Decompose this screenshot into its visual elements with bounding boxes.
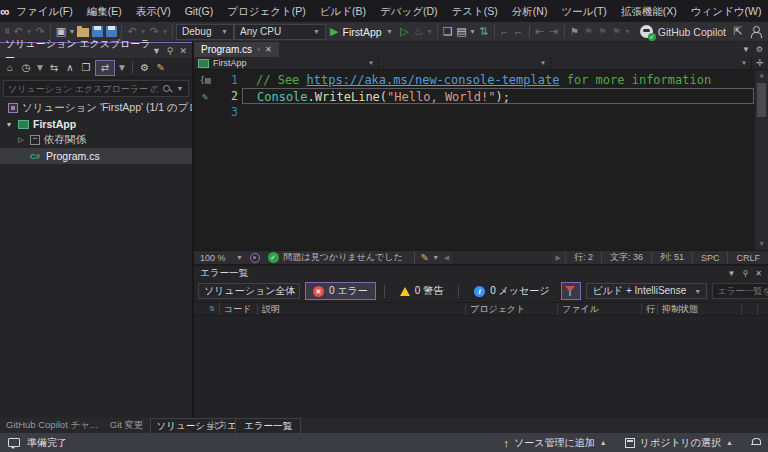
chevron-down-icon[interactable]: ▼: [117, 60, 127, 76]
menu-view[interactable]: 表示(V): [129, 0, 178, 22]
code-line-3[interactable]: 3: [194, 104, 768, 120]
solution-search-input[interactable]: [8, 84, 158, 94]
solution-explorer-search[interactable]: ▼: [3, 80, 189, 97]
wrench-icon[interactable]: ⚙: [138, 60, 152, 76]
pending-changes-filter-icon[interactable]: ◷: [19, 60, 33, 76]
collapsed-arrow-icon[interactable]: ▷: [16, 136, 26, 144]
column-project[interactable]: プロジェクト: [466, 303, 558, 315]
prev-bookmark-icon[interactable]: ⚑: [582, 24, 596, 40]
spaces-indicator[interactable]: SPC: [692, 251, 728, 264]
error-list-body[interactable]: [194, 316, 768, 418]
step-into-icon[interactable]: ⌐: [512, 24, 526, 40]
health-indicator[interactable]: ✓ 問題は見つかりませんでした: [260, 251, 411, 264]
tab-error-list[interactable]: エラー一覧: [235, 418, 301, 433]
tree-item-program-cs[interactable]: C# Program.cs: [0, 148, 192, 164]
menu-debug[interactable]: デバッグ(D): [373, 0, 445, 22]
undo-icon[interactable]: ↶: [125, 24, 139, 40]
messages-filter-button[interactable]: i 0 メッセージ: [467, 282, 556, 300]
pin-icon[interactable]: ⚲: [167, 46, 174, 56]
error-list-header[interactable]: エラー一覧 ▼ ⚲ ✕: [194, 266, 768, 280]
clear-bookmarks-icon[interactable]: ⚑: [610, 24, 624, 40]
redo-icon[interactable]: ↷: [147, 24, 161, 40]
add-to-source-control-button[interactable]: ↑ ソース管理に追加 ▲: [504, 436, 607, 450]
scope-filter-dropdown[interactable]: ソリューション全体▼: [198, 283, 300, 299]
configuration-dropdown[interactable]: Debug▼: [176, 24, 234, 40]
navigate-back-icon[interactable]: ↶: [11, 24, 25, 40]
cursor-column-indicator[interactable]: 列: 51: [651, 251, 692, 264]
tree-item-dependencies[interactable]: ▷ 依存関係: [0, 132, 192, 148]
severity-column[interactable]: ⇅: [194, 303, 220, 315]
scroll-up-icon[interactable]: ▲: [759, 70, 763, 81]
collapse-all-icon[interactable]: ∧: [63, 60, 77, 76]
step-over-icon[interactable]: ⌐: [498, 24, 512, 40]
scroll-right-icon[interactable]: ▶: [552, 254, 565, 262]
switch-views-icon[interactable]: ⇆: [47, 60, 61, 76]
tab-github-copilot-chat[interactable]: GitHub Copilot チャ...: [0, 418, 104, 433]
member-dropdown[interactable]: ▼: [551, 57, 752, 69]
hot-reload-icon[interactable]: ♨: [412, 24, 426, 40]
navigate-forward-icon[interactable]: ↷: [33, 24, 47, 40]
column-description[interactable]: 説明: [258, 303, 466, 315]
next-bookmark-icon[interactable]: ⚑: [596, 24, 610, 40]
share-icon[interactable]: ⇱: [731, 24, 745, 40]
horizontal-scrollbar[interactable]: ◀ ▶: [440, 251, 565, 264]
chevron-down-icon[interactable]: ▼: [152, 46, 161, 56]
home-icon[interactable]: ⌂: [3, 60, 17, 76]
code-line-1[interactable]: {▤ 1 // See https://aka.ms/new-console-t…: [194, 72, 768, 88]
quick-actions-icon[interactable]: ✎: [194, 91, 216, 102]
document-health-icon[interactable]: [250, 253, 260, 263]
tab-list-dropdown-icon[interactable]: ▼: [742, 45, 750, 54]
preview-icon[interactable]: ✎: [154, 60, 168, 76]
toggle-bookmark-icon[interactable]: ⚑: [568, 24, 582, 40]
code-line-2[interactable]: ✎ 2 Console.WriteLine("Hello, World!");: [194, 88, 768, 104]
properties-icon[interactable]: ❐: [79, 60, 93, 76]
scrollbar-thumb[interactable]: [757, 83, 766, 117]
close-icon[interactable]: ✕: [755, 269, 762, 278]
cursor-line-indicator[interactable]: 行: 2: [565, 251, 601, 264]
indent-decrease-icon[interactable]: ⇤: [533, 24, 547, 40]
menu-git[interactable]: Git(G): [178, 0, 221, 22]
pin-icon[interactable]: ⚲: [742, 269, 748, 278]
tab-git-changes[interactable]: Git 変更: [104, 418, 150, 433]
column-code[interactable]: コード: [220, 303, 258, 315]
package-manager-icon[interactable]: ▤: [455, 24, 469, 40]
menu-extensions[interactable]: 拡張機能(X): [614, 0, 684, 22]
menu-build[interactable]: ビルド(B): [313, 0, 373, 22]
sync-with-active-document-button[interactable]: ⇄: [95, 60, 115, 76]
menu-tools[interactable]: ツール(T): [554, 0, 613, 22]
tree-item-solution[interactable]: ソリューション 'FirstApp' (1/1 のプロジェクト): [0, 100, 192, 116]
menu-project[interactable]: プロジェクト(P): [220, 0, 312, 22]
error-list-search[interactable]: ▼: [712, 283, 768, 299]
column-suppression[interactable]: 抑制状態: [658, 303, 742, 315]
link-token[interactable]: https://aka.ms/new-console-template: [307, 73, 560, 87]
error-search-input[interactable]: [717, 286, 768, 296]
start-debugging-button[interactable]: ▶ FirstApp ▼: [326, 24, 398, 40]
notifications-bell-icon[interactable]: [751, 438, 760, 447]
vertical-scrollbar[interactable]: ▲ ▼: [755, 70, 768, 250]
menu-file[interactable]: ファイル(F): [9, 0, 79, 22]
tree-item-project[interactable]: ▼ FirstApp: [0, 116, 192, 132]
filter-button[interactable]: [561, 282, 581, 300]
document-outline-icon[interactable]: {▤: [194, 75, 216, 85]
type-dropdown[interactable]: ▼: [379, 57, 551, 69]
menu-test[interactable]: テスト(S): [445, 0, 505, 22]
scroll-left-icon[interactable]: ◀: [440, 254, 453, 262]
chevron-down-icon[interactable]: ▼: [728, 269, 736, 278]
project-dropdown[interactable]: FirstApp ▼: [194, 57, 379, 69]
start-without-debugging-icon[interactable]: ▷: [398, 24, 412, 40]
menu-edit[interactable]: 編集(E): [80, 0, 129, 22]
close-tab-icon[interactable]: ✕: [265, 45, 272, 54]
solution-explorer-header[interactable]: ソリューション エクスプローラー ▼ ⚲ ✕: [0, 42, 192, 58]
source-filter-dropdown[interactable]: ビルド + IntelliSense▼: [586, 283, 707, 299]
line-ending-indicator[interactable]: CRLF: [727, 251, 768, 264]
chevron-down-icon[interactable]: ▼: [161, 24, 169, 40]
select-repository-button[interactable]: リポジトリの選択 ▲: [625, 436, 733, 450]
chevron-down-icon[interactable]: ▼: [469, 24, 477, 40]
expanded-arrow-icon[interactable]: ▼: [4, 121, 14, 128]
column-file[interactable]: ファイル: [558, 303, 642, 315]
tab-program-cs[interactable]: Program.cs ◦ ✕: [194, 42, 279, 57]
chevron-down-icon[interactable]: ▼: [25, 24, 33, 40]
cursor-character-indicator[interactable]: 文字: 36: [601, 251, 651, 264]
scroll-down-icon[interactable]: ▼: [759, 239, 763, 250]
chevron-down-icon[interactable]: ▼: [624, 24, 632, 40]
